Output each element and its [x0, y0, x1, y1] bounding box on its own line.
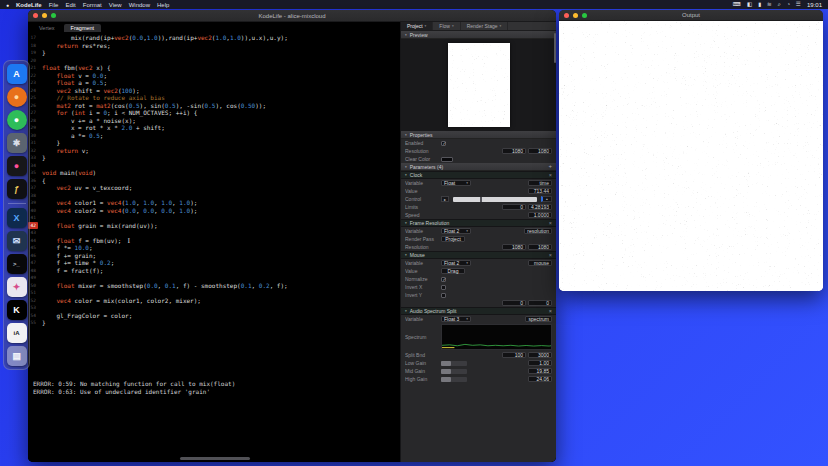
code-line-19[interactable]: 19}	[28, 49, 400, 57]
control-center-icon[interactable]: ◔	[787, 1, 790, 8]
section-preview[interactable]: ▾Preview	[401, 31, 556, 39]
code-line-21[interactable]: 21float fbm(vec2 x) {	[28, 64, 400, 72]
value-field[interactable]: 3000	[528, 352, 552, 358]
slider-thumb[interactable]	[480, 197, 482, 202]
menubar-clock[interactable]: 19:01	[807, 2, 822, 8]
gain-slider[interactable]	[441, 361, 467, 366]
dock-item-voice-app[interactable]: ●	[7, 156, 27, 176]
time-slider[interactable]	[453, 197, 537, 202]
code-line-26[interactable]: 26 mat2 rot = mat2(cos(0.5), sin(0.5), -…	[28, 102, 400, 110]
param-group-clock[interactable]: ▾Clock×	[401, 171, 556, 179]
code-line-36[interactable]: 36{	[28, 177, 400, 185]
code-line-39[interactable]: 39 vec4 color1 = vec4(1.0, 1.0, 1.0, 1.0…	[28, 199, 400, 207]
menu-view[interactable]: View	[109, 2, 122, 8]
dock-item-terminal[interactable]: >_	[7, 254, 27, 274]
code-area[interactable]: 17 mix(rand(ip+vec2(0.0,1.0)),rand(ip+ve…	[28, 32, 400, 327]
code-line-23[interactable]: 23 float a = 0.5;	[28, 79, 400, 87]
code-line-47[interactable]: 47 f += time * 0.2;	[28, 259, 400, 267]
remove-parameter-icon[interactable]: ×	[549, 172, 552, 178]
code-line-50[interactable]: 50 float mixer = smoothstep(0.0, 0.1, f)…	[28, 282, 400, 290]
code-line-28[interactable]: 28 v += a * noise(x);	[28, 117, 400, 125]
code-line-52[interactable]: 52 vec4 color = mix(color1, color2, mixe…	[28, 297, 400, 305]
value-field[interactable]: 1.00	[528, 360, 552, 366]
tab-vertex[interactable]: Vertex	[32, 24, 62, 33]
menu-format[interactable]: Format	[83, 2, 102, 8]
apple-menu-icon[interactable]: ●	[6, 2, 9, 8]
value-field[interactable]: 0	[502, 300, 526, 306]
color-swatch[interactable]	[441, 157, 453, 162]
value-field[interactable]: 0	[528, 300, 552, 306]
code-line-18[interactable]: 18 return res*res;	[28, 42, 400, 50]
dropdown-button[interactable]: Drag	[441, 268, 465, 274]
output-titlebar[interactable]: Output	[559, 10, 823, 21]
dock-item-xcode[interactable]: X	[7, 208, 27, 228]
value-field[interactable]: 19.85	[528, 368, 552, 374]
code-line-54[interactable]: 54 gl_FragColor = color;	[28, 312, 400, 320]
notification-center-icon[interactable]: ☰	[796, 1, 801, 8]
panel-tab-render-stage[interactable]: Render Stage▾	[461, 22, 509, 30]
code-line-44[interactable]: 44 float f = fbm(uv);I	[28, 237, 400, 245]
dock-item-kodelife[interactable]: K	[7, 300, 27, 320]
code-line-35[interactable]: 35void main(void)	[28, 169, 400, 177]
variable-name-field[interactable]: spectrum	[525, 316, 552, 322]
value-field[interactable]: 0	[502, 204, 526, 210]
code-editor[interactable]: VertexFragment 17 mix(rand(ip+vec2(0.0,1…	[28, 22, 400, 462]
code-line-25[interactable]: 25 // Rotate to reduce axial bias	[28, 94, 400, 102]
panel-tab-flow[interactable]: Flow▾	[433, 22, 460, 30]
code-line-40[interactable]: 40 vec4 color2 = vec4(0.0, 0.0, 0.0, 1.0…	[28, 207, 400, 215]
dock-item-paint-app[interactable]: ✦	[7, 277, 27, 297]
minimize-button[interactable]	[573, 13, 578, 18]
checkbox[interactable]	[441, 285, 446, 290]
code-line-55[interactable]: 55}	[28, 319, 400, 327]
dropdown-button[interactable]: Project	[441, 236, 465, 242]
code-line-45[interactable]: 45 f *= 10.0;	[28, 244, 400, 252]
dock-item-green-app[interactable]: ●	[7, 110, 27, 130]
code-line-17[interactable]: 17 mix(rand(ip+vec2(0.0,1.0)),rand(ip+ve…	[28, 34, 400, 42]
code-line-22[interactable]: 22 float v = 0.0;	[28, 72, 400, 80]
zoom-button[interactable]	[51, 13, 56, 18]
code-line-31[interactable]: 31 }	[28, 139, 400, 147]
param-group-frame-resolution[interactable]: ▾Frame Resolution×	[401, 219, 556, 227]
code-line-53[interactable]: 53	[28, 304, 400, 312]
code-line-24[interactable]: 24 vec2 shift = vec2(100);	[28, 87, 400, 95]
type-dropdown[interactable]: Float 2	[441, 228, 471, 234]
menu-help[interactable]: Help	[157, 2, 169, 8]
menubar-app-name[interactable]: KodeLife	[16, 2, 42, 8]
dock-item-app-store[interactable]: A	[7, 64, 27, 84]
value-field[interactable]: 24.06	[528, 376, 552, 382]
keyboard-icon[interactable]: ⌨	[733, 1, 741, 8]
code-line-42[interactable]: 42 float grain = mix(rand(uv));	[28, 222, 400, 230]
gain-slider[interactable]	[441, 369, 467, 374]
code-line-43[interactable]: 43	[28, 229, 400, 237]
editor-horizontal-scrollbar[interactable]	[180, 457, 250, 460]
gain-slider[interactable]	[441, 377, 467, 382]
code-line-41[interactable]: 41	[28, 214, 400, 222]
code-line-48[interactable]: 48 f = fract(f);	[28, 267, 400, 275]
dock-item-mail[interactable]: ✉	[7, 231, 27, 251]
close-button[interactable]	[33, 13, 38, 18]
value-field[interactable]: 1.0000	[528, 212, 552, 218]
menu-window[interactable]: Window	[129, 2, 150, 8]
value-field[interactable]: 1080	[528, 244, 552, 250]
minimize-button[interactable]	[42, 13, 47, 18]
code-line-27[interactable]: 27 for (int i = 0; i < NUM_OCTAVES; ++i)…	[28, 109, 400, 117]
kodelife-titlebar[interactable]: KodeLife - alice-mixcloud	[28, 10, 556, 22]
section-parameters[interactable]: ▾Parameters (4)+	[401, 163, 556, 171]
code-line-34[interactable]: 34	[28, 162, 400, 170]
type-dropdown[interactable]: Float	[441, 180, 471, 186]
checkbox[interactable]	[441, 141, 446, 146]
menu-edit[interactable]: Edit	[65, 2, 75, 8]
value-field[interactable]: 713.44	[528, 188, 552, 194]
add-parameter-icon[interactable]: +	[548, 164, 552, 169]
battery-icon[interactable]: ▮	[758, 1, 761, 8]
code-line-51[interactable]: 51	[28, 289, 400, 297]
panel-tab-project[interactable]: Project▾	[401, 22, 433, 30]
code-line-49[interactable]: 49	[28, 274, 400, 282]
param-group-mouse[interactable]: ▾Mouse×	[401, 251, 556, 259]
variable-name-field[interactable]: resolution	[524, 228, 552, 234]
code-line-32[interactable]: 32 return v;	[28, 147, 400, 155]
display-icon[interactable]: ◧	[747, 1, 752, 8]
variable-name-field[interactable]: time	[528, 180, 552, 186]
dock-item-audio-app[interactable]: ƒ	[7, 179, 27, 199]
remove-parameter-icon[interactable]: ×	[549, 308, 552, 314]
